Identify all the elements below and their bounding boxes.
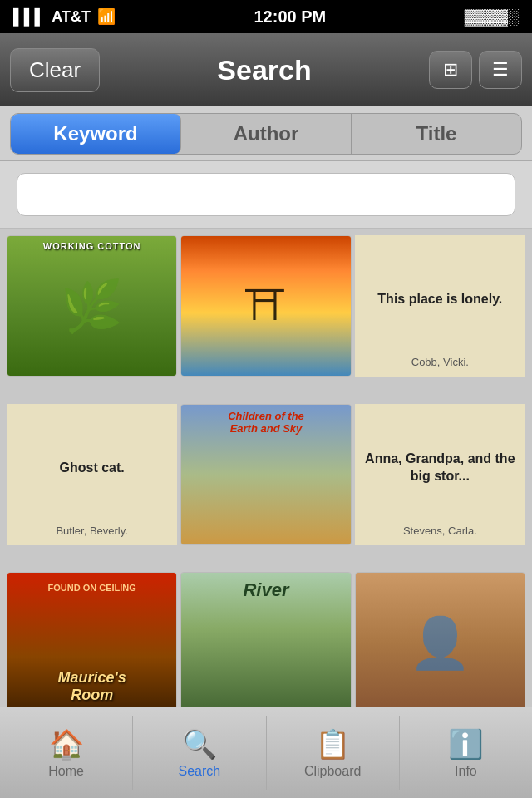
segment-bar: Keyword Author Title: [0, 106, 532, 161]
menu-icon: ☰: [492, 59, 509, 81]
search-input[interactable]: [17, 173, 515, 216]
book-title: Ghost cat.: [15, 412, 169, 525]
list-item[interactable]: WORKING COTTON: [7, 235, 177, 377]
carrier-label: AT&T: [52, 8, 91, 26]
book-cover: [356, 573, 525, 712]
status-right: ▓▓▓▓░: [465, 8, 519, 26]
book-cover: [181, 236, 350, 376]
list-item[interactable]: Ghost cat. Butler, Beverly.: [7, 404, 177, 545]
book-author: Butler, Beverly.: [15, 525, 169, 537]
status-left: ▌▌▌ AT&T 📶: [13, 7, 116, 26]
clipboard-icon: 📋: [315, 727, 350, 761]
segment-title[interactable]: Title: [352, 114, 521, 154]
info-icon: ℹ️: [448, 727, 483, 761]
book-title: This place is lonely.: [363, 244, 517, 356]
tab-info[interactable]: ℹ️ Info: [400, 707, 532, 798]
menu-button[interactable]: ☰: [479, 51, 522, 89]
home-icon: 🏠: [49, 727, 84, 761]
book-title: Anna, Grandpa, and the big stor...: [363, 412, 517, 525]
signal-icon: ▌▌▌: [13, 8, 45, 26]
segment-author[interactable]: Author: [181, 114, 352, 154]
list-item[interactable]: This place is lonely. Cobb, Vicki.: [355, 235, 525, 377]
list-item[interactable]: Anna, Grandpa, and the big stor... Steve…: [355, 404, 525, 545]
nav-title: Search: [217, 54, 311, 86]
search-icon: 🔍: [182, 727, 217, 761]
tab-home[interactable]: 🏠 Home: [0, 707, 132, 798]
book-author: Cobb, Vicki.: [363, 356, 517, 368]
list-item[interactable]: Children of theEarth and Sky: [180, 404, 351, 545]
status-bar: ▌▌▌ AT&T 📶 12:00 PM ▓▓▓▓░: [0, 0, 532, 33]
book-cover: River: [181, 573, 350, 712]
list-item[interactable]: River: [180, 572, 351, 713]
tab-bar: 🏠 Home 🔍 Search 📋 Clipboard ℹ️ Info: [0, 707, 532, 798]
wifi-icon: 📶: [97, 7, 116, 26]
book-cover: Children of theEarth and Sky: [181, 405, 350, 544]
book-author: Stevens, Carla.: [363, 525, 517, 537]
status-time: 12:00 PM: [254, 7, 326, 27]
book-cover: FOUND ON CEILING Maurice'sRoom: [7, 573, 176, 712]
tab-info-label: Info: [455, 764, 477, 779]
nav-right-icons: ⊞ ☰: [429, 51, 522, 89]
list-item[interactable]: [355, 572, 525, 713]
tab-home-label: Home: [48, 764, 84, 779]
segment-keyword[interactable]: Keyword: [11, 114, 181, 154]
tab-clipboard[interactable]: 📋 Clipboard: [267, 707, 399, 798]
tab-clipboard-label: Clipboard: [304, 764, 361, 779]
battery-icon: ▓▓▓▓░: [465, 8, 519, 26]
segment-control: Keyword Author Title: [10, 113, 522, 155]
grid-view-button[interactable]: ⊞: [429, 51, 472, 89]
grid-icon: ⊞: [443, 59, 458, 81]
clear-button[interactable]: Clear: [10, 48, 100, 92]
search-input-area: [0, 161, 532, 229]
nav-bar: Clear Search ⊞ ☰: [0, 33, 532, 106]
tab-search[interactable]: 🔍 Search: [133, 707, 265, 798]
list-item[interactable]: [180, 235, 351, 377]
list-item[interactable]: FOUND ON CEILING Maurice'sRoom: [7, 572, 177, 713]
books-grid: WORKING COTTON This place is lonely. Cob…: [0, 229, 532, 744]
tab-search-label: Search: [179, 764, 221, 779]
book-cover: WORKING COTTON: [7, 236, 176, 376]
